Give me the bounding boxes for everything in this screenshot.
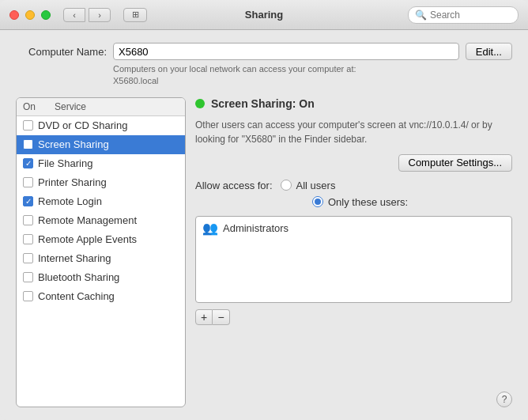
- service-name-content-caching: Content Caching: [38, 290, 115, 302]
- service-item-screen-sharing[interactable]: Screen Sharing: [17, 135, 185, 154]
- checkbox-remote-apple-events[interactable]: [23, 234, 33, 244]
- col-service-header: Service: [55, 101, 179, 112]
- service-name-printer-sharing: Printer Sharing: [38, 176, 107, 188]
- service-item-file-sharing[interactable]: File Sharing: [17, 154, 185, 173]
- checkbox-remote-management[interactable]: [23, 215, 33, 225]
- radio-only-these-row: Only these users:: [312, 196, 512, 208]
- two-col-layout: On Service DVD or CD Sharing Screen Shar…: [16, 97, 512, 407]
- col-on-header: On: [23, 101, 55, 112]
- status-dot: [195, 99, 205, 108]
- service-item-content-caching[interactable]: Content Caching: [17, 287, 185, 306]
- computer-settings-button[interactable]: Computer Settings...: [398, 154, 513, 172]
- checkbox-dvd-cd[interactable]: [23, 120, 33, 131]
- users-list-box: 👥 Administrators: [195, 216, 512, 303]
- service-item-remote-management[interactable]: Remote Management: [17, 211, 185, 230]
- service-item-internet-sharing[interactable]: Internet Sharing: [17, 249, 185, 268]
- edit-button[interactable]: Edit...: [466, 43, 512, 60]
- search-input[interactable]: [430, 9, 511, 21]
- service-item-remote-login[interactable]: Remote Login: [17, 192, 185, 211]
- status-description: Other users can access your computer's s…: [195, 118, 512, 146]
- radio-only-these-users-label: Only these users:: [328, 196, 408, 208]
- maximize-button[interactable]: [41, 10, 51, 20]
- bottom-help: ?: [195, 333, 512, 407]
- service-items: DVD or CD Sharing Screen Sharing File Sh…: [17, 116, 185, 407]
- service-item-dvd-cd[interactable]: DVD or CD Sharing: [17, 116, 185, 135]
- service-item-remote-apple-events[interactable]: Remote Apple Events: [17, 230, 185, 249]
- users-area: 👥 Administrators + −: [195, 216, 512, 325]
- radio-all-users[interactable]: [281, 180, 292, 191]
- title-bar: ‹ › ⊞ Sharing 🔍: [0, 0, 528, 30]
- nav-buttons: ‹ ›: [63, 8, 111, 22]
- grid-button[interactable]: ⊞: [123, 8, 147, 22]
- close-button[interactable]: [9, 10, 19, 20]
- access-section: Allow access for: All users Only these u…: [195, 180, 512, 208]
- radio-only-these-users[interactable]: [312, 196, 323, 207]
- access-row: Allow access for: All users: [195, 180, 512, 191]
- service-list-panel: On Service DVD or CD Sharing Screen Shar…: [16, 97, 186, 407]
- remove-user-button[interactable]: −: [213, 309, 230, 325]
- radio-all-users-row: All users: [281, 180, 336, 191]
- search-icon: 🔍: [415, 9, 427, 21]
- traffic-lights: [9, 10, 51, 20]
- service-name-file-sharing: File Sharing: [38, 157, 92, 169]
- computer-name-row: Computer Name: Computers on your local n…: [16, 43, 512, 88]
- group-icon: 👥: [202, 221, 218, 236]
- checkbox-content-caching[interactable]: [23, 291, 33, 301]
- access-label: Allow access for:: [195, 180, 273, 191]
- service-list-header: On Service: [17, 98, 185, 116]
- service-name-remote-management: Remote Management: [38, 214, 137, 226]
- right-panel: Screen Sharing: On Other users can acces…: [195, 97, 512, 407]
- status-title: Screen Sharing: On: [211, 97, 315, 110]
- status-row: Screen Sharing: On: [195, 97, 512, 110]
- checkbox-printer-sharing[interactable]: [23, 177, 33, 187]
- checkbox-bluetooth-sharing[interactable]: [23, 272, 33, 282]
- service-name-screen-sharing: Screen Sharing: [38, 138, 109, 150]
- forward-button[interactable]: ›: [89, 8, 111, 22]
- user-name-administrators: Administrators: [223, 222, 289, 234]
- help-button[interactable]: ?: [496, 392, 512, 407]
- computer-name-fields: Computers on your local network can acce…: [113, 43, 459, 88]
- checkbox-remote-login[interactable]: [23, 196, 33, 206]
- minimize-button[interactable]: [25, 10, 35, 20]
- service-item-printer-sharing[interactable]: Printer Sharing: [17, 173, 185, 192]
- checkbox-screen-sharing[interactable]: [23, 139, 33, 149]
- list-controls: + −: [195, 309, 512, 325]
- administrators-item[interactable]: 👥 Administrators: [196, 217, 511, 240]
- service-name-internet-sharing: Internet Sharing: [38, 252, 111, 264]
- computer-name-input[interactable]: [113, 43, 459, 60]
- service-item-bluetooth-sharing[interactable]: Bluetooth Sharing: [17, 268, 185, 287]
- computer-name-label: Computer Name:: [16, 43, 107, 58]
- main-content: Computer Name: Computers on your local n…: [0, 30, 528, 420]
- checkbox-file-sharing[interactable]: [23, 158, 33, 168]
- checkbox-internet-sharing[interactable]: [23, 253, 33, 263]
- service-name-dvd-cd: DVD or CD Sharing: [38, 119, 127, 131]
- radio-all-users-label: All users: [296, 180, 336, 191]
- computer-name-hint: Computers on your local network can acce…: [113, 63, 459, 88]
- service-name-bluetooth-sharing: Bluetooth Sharing: [38, 271, 119, 283]
- service-name-remote-login: Remote Login: [38, 195, 102, 207]
- search-box[interactable]: 🔍: [408, 6, 519, 24]
- back-button[interactable]: ‹: [63, 8, 85, 22]
- service-name-remote-apple-events: Remote Apple Events: [38, 233, 137, 245]
- add-user-button[interactable]: +: [195, 309, 213, 325]
- computer-settings-row: Computer Settings...: [195, 154, 512, 172]
- window-title: Sharing: [245, 9, 283, 21]
